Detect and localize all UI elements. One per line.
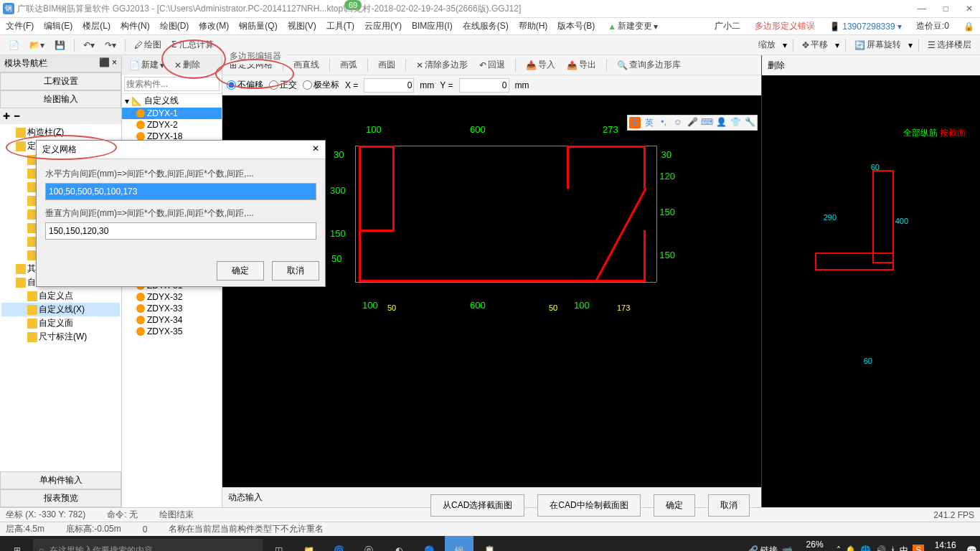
cad-cancel-button[interactable]: 取消 <box>708 494 750 517</box>
tree-item[interactable]: 自定义线(X) <box>1 303 120 316</box>
menu-bim[interactable]: BIM应用(I) <box>412 20 453 32</box>
menu-floor[interactable]: 楼层(L) <box>83 20 110 32</box>
menu-edit[interactable]: 编辑(E) <box>44 20 72 32</box>
app2-icon[interactable]: 🌀 <box>324 536 353 551</box>
close-button[interactable]: ✕ <box>961 4 977 14</box>
link-label[interactable]: 🔗 链接 <box>748 545 778 552</box>
ime-lang[interactable]: 英 <box>644 117 655 128</box>
list-item[interactable]: ZDYX-32 <box>122 291 222 303</box>
vertical-spacing-input[interactable] <box>45 222 316 240</box>
polar-radio[interactable]: 极坐标 <box>303 79 339 91</box>
new-change-button[interactable]: ▲新建变更 ▾ <box>605 19 661 34</box>
app4-icon[interactable]: 🔵 <box>415 536 443 551</box>
redo-icon[interactable]: ↷▾ <box>102 39 119 52</box>
minimize-button[interactable]: ― <box>913 4 930 14</box>
notification-icon[interactable]: 💬 <box>966 545 977 551</box>
menu-modify[interactable]: 修改(M) <box>199 20 229 32</box>
menu-online[interactable]: 在线服务(S) <box>463 20 509 32</box>
go-back-button[interactable]: ↶ 回退 <box>476 57 508 72</box>
section-delete[interactable]: 删除 <box>768 60 785 72</box>
list-item[interactable]: ZDYX-34 <box>122 314 222 326</box>
device-icon[interactable]: 📹 <box>782 545 793 551</box>
select-floor[interactable]: ☰ 选择楼层 <box>925 37 974 52</box>
ortho-radio[interactable]: 正交 <box>269 79 297 91</box>
ime-mic[interactable]: 🎤 <box>687 117 698 128</box>
tree-item[interactable]: 尺寸标注(W) <box>1 330 120 344</box>
list-item[interactable]: ZDYX-35 <box>122 326 222 337</box>
tree-item[interactable]: 自定义面 <box>1 316 120 330</box>
no-offset-radio[interactable]: 不偏移 <box>227 79 263 91</box>
y-input[interactable] <box>459 78 509 93</box>
list-header[interactable]: ▾ 📐 自定义线 <box>122 94 222 108</box>
app3-icon[interactable]: ◐ <box>385 536 413 551</box>
taskbar-search[interactable]: ○ 在这里输入你要搜索的内容 <box>33 539 263 551</box>
menu-rebar[interactable]: 钢筋量(Q) <box>239 20 277 32</box>
menu-cloud[interactable]: 云应用(Y) <box>364 20 402 32</box>
start-button[interactable]: ⊞ <box>3 536 32 551</box>
report-preview-button[interactable]: 报表预览 <box>0 489 121 507</box>
save-icon[interactable]: 💾 <box>52 39 68 52</box>
tree-item[interactable]: 构造柱(Z) <box>1 126 120 139</box>
app5-icon[interactable]: 钢 <box>445 536 473 551</box>
engineering-settings-button[interactable]: 工程设置 <box>0 72 121 90</box>
scale-tool[interactable]: 缩放 <box>755 37 778 52</box>
import-button[interactable]: 📥 导入 <box>523 57 558 72</box>
app1-icon[interactable]: 📁 <box>294 536 323 551</box>
horizontal-spacing-input[interactable] <box>45 183 316 200</box>
dialog-cancel-button[interactable]: 取消 <box>272 261 319 281</box>
draw-arc-button[interactable]: 画弧 <box>337 57 360 72</box>
polygon-error[interactable]: 多边形定义错误 <box>755 20 815 32</box>
single-input-button[interactable]: 单构件输入 <box>0 471 121 489</box>
menu-view[interactable]: 视图(V) <box>288 20 316 32</box>
edge-icon[interactable]: ⓔ <box>354 536 383 551</box>
ime-s-icon[interactable]: S <box>913 545 924 551</box>
drawing-input-button[interactable]: 绘图输入 <box>0 90 121 108</box>
maximize-button[interactable]: □ <box>939 4 953 14</box>
clear-polygon-button[interactable]: ✕ 清除多边形 <box>413 57 471 72</box>
ime-toolbar[interactable]: S 英 •, ☺ 🎤 ⌨ 👤 👕 🔧 <box>627 115 758 131</box>
task-view-icon[interactable]: ◫ <box>264 536 293 551</box>
collapse-icon[interactable]: ━ <box>14 111 19 121</box>
phone-number[interactable]: 📱 13907298339 ▾ <box>829 22 902 32</box>
menu-draw[interactable]: 绘图(D) <box>160 20 189 32</box>
search-input[interactable] <box>124 77 220 91</box>
select-from-cad-button[interactable]: 从CAD选择截面图 <box>430 494 524 517</box>
list-item[interactable]: ZDYX-33 <box>122 303 222 314</box>
ime-user[interactable]: 👤 <box>715 117 727 128</box>
list-item[interactable]: ZDYX-2 <box>122 119 222 131</box>
by-section-label[interactable]: 按截面 <box>940 128 966 138</box>
delete-member-button[interactable]: ✕删除 <box>171 57 203 72</box>
pan-tool[interactable]: ✥ 平移 <box>799 37 831 52</box>
draw-in-cad-button[interactable]: 在CAD中绘制截面图 <box>537 494 640 517</box>
tray-vol-icon[interactable]: 🔊 <box>875 545 886 551</box>
tree-item[interactable]: 自定义点 <box>1 289 120 303</box>
ime-punct[interactable]: •, <box>658 117 669 128</box>
cpu-meter[interactable]: 26%CPU使用 <box>797 540 832 552</box>
lock-icon[interactable]: 🔒 <box>963 22 974 32</box>
open-file-icon[interactable]: 📂▾ <box>27 39 47 52</box>
tray-bell-icon[interactable]: 🔔 <box>845 545 856 551</box>
menu-help[interactable]: 帮助(H) <box>519 20 548 32</box>
expand-icon[interactable]: ✚ <box>3 111 10 121</box>
x-input[interactable] <box>364 78 414 93</box>
draw-line-button[interactable]: 画直线 <box>291 57 322 72</box>
ime-kb[interactable]: ⌨ <box>701 117 712 128</box>
ime-indicator[interactable]: 中 <box>900 545 908 552</box>
sum-calc[interactable]: Σ 汇总计算 <box>169 37 217 52</box>
dialog-ok-button[interactable]: 确定 <box>217 261 264 281</box>
new-file-icon[interactable]: 📄 <box>6 39 22 52</box>
new-member-button[interactable]: 📄新建▾ <box>126 57 167 72</box>
ime-tool[interactable]: 🔧 <box>744 117 755 128</box>
tray-up-icon[interactable]: ˄ <box>837 545 841 551</box>
list-item[interactable]: ZDYX-1 <box>122 108 222 119</box>
menu-tool[interactable]: 工具(T) <box>326 20 354 32</box>
query-polygon-button[interactable]: 🔍 查询多边形库 <box>614 57 684 72</box>
cad-ok-button[interactable]: 确定 <box>654 494 695 517</box>
username[interactable]: 广小二 <box>715 20 740 32</box>
export-button[interactable]: 📤 导出 <box>564 57 599 72</box>
ime-skin[interactable]: 👕 <box>730 117 741 128</box>
clock[interactable]: 14:162018/9/3 <box>928 540 962 551</box>
menu-version[interactable]: 版本号(B) <box>557 20 595 32</box>
tray-net-icon[interactable]: 🌐 <box>860 545 871 551</box>
menu-member[interactable]: 构件(N) <box>121 20 150 32</box>
